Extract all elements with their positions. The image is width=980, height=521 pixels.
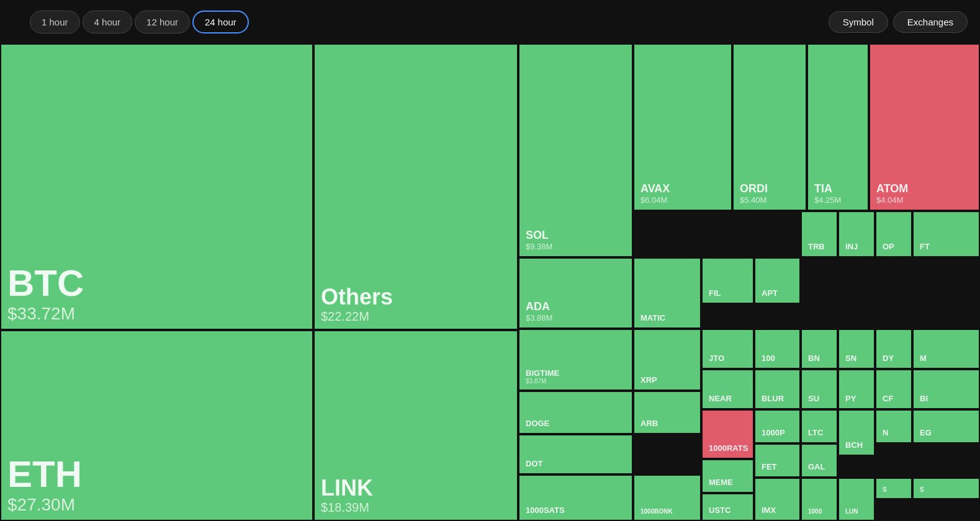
cell-cfx[interactable]: CF <box>875 369 912 409</box>
cell-name-arb: ARB <box>641 419 658 428</box>
cell-dot[interactable]: DOT <box>518 434 633 474</box>
cell-matic[interactable]: MATIC <box>633 257 701 329</box>
cell-imx[interactable]: IMX <box>754 478 801 521</box>
cell-name-blur: BLUR <box>762 394 784 403</box>
cell-bch[interactable]: BCH <box>838 409 875 456</box>
cell-name-mina: M <box>920 354 927 363</box>
cell-ustc[interactable]: USTC <box>701 493 754 521</box>
cell-sol[interactable]: SOL$9.38M <box>518 43 633 257</box>
cell-name-matic: MATIC <box>641 314 665 323</box>
cell-ada[interactable]: ADA$3.88M <box>518 257 633 329</box>
cell-s2[interactable]: S <box>912 478 980 499</box>
cell-arb[interactable]: ARB <box>633 391 701 434</box>
cell-near[interactable]: NEAR <box>701 369 754 409</box>
cell-name-eth: ETH <box>7 454 82 495</box>
cell-meme[interactable]: MEME <box>701 459 754 493</box>
cell-name-1000pepe: 1000P <box>762 429 785 437</box>
cell-atom[interactable]: ATOM$4.04M <box>869 43 980 211</box>
cell-s1[interactable]: S <box>875 478 912 499</box>
cell-avax[interactable]: AVAX$6.04M <box>633 43 732 211</box>
btn-exchanges[interactable]: Exchanges <box>893 11 968 33</box>
cell-name-bnx: BN <box>808 354 820 363</box>
cell-lun[interactable]: LUN <box>838 478 875 521</box>
cell-1000rats[interactable]: 1000RATS <box>701 409 754 459</box>
cell-name-doge: DOGE <box>526 419 549 428</box>
tab-12-hour[interactable]: 12 hour <box>135 11 190 33</box>
cell-name-btc: BTC <box>7 263 84 304</box>
cell-name-fil: FIL <box>709 289 721 298</box>
cell-doge[interactable]: DOGE <box>518 391 633 434</box>
cell-name-dydx: DY <box>883 354 894 363</box>
cell-name-1000lunc: 1000 <box>808 508 822 515</box>
cell-trb[interactable]: TRB <box>801 211 838 257</box>
cell-name-avax: AVAX <box>641 183 670 195</box>
cell-name-snx: SN <box>845 354 856 363</box>
cell-name-gal: GAL <box>808 463 825 471</box>
tab-24-hour[interactable]: 24 hour <box>192 11 249 33</box>
cell-jto[interactable]: JTO <box>701 329 754 369</box>
cell-btc[interactable]: BTC$33.72M <box>0 43 313 330</box>
cell-name-1000rats: 1000RATS <box>709 444 748 453</box>
cell-value-ordi: $5.40M <box>740 195 766 205</box>
cell-value-others: $22.22M <box>321 309 369 324</box>
cell-apt[interactable]: APT <box>754 257 801 304</box>
cell-value-tia: $4.25M <box>814 195 841 205</box>
cell-name-trb: TRB <box>808 243 825 251</box>
cell-value-btc: $33.72M <box>7 304 75 324</box>
cell-op[interactable]: OP <box>875 211 912 257</box>
tab-4-hour[interactable]: 4 hour <box>83 11 133 33</box>
cell-name-dot: DOT <box>526 460 542 468</box>
cell-tia[interactable]: TIA$4.25M <box>807 43 869 211</box>
cell-bit[interactable]: BI <box>912 369 980 409</box>
cell-name-op: OP <box>883 243 894 251</box>
cell-name-atom: ATOM <box>876 183 908 195</box>
cell-pyth[interactable]: PY <box>838 369 875 409</box>
cell-name-neo: N <box>883 429 888 437</box>
cell-eth[interactable]: ETH$27.30M <box>0 330 313 521</box>
cell-name-tia: TIA <box>814 183 832 195</box>
cell-name-ordi: ORDI <box>740 183 768 195</box>
tab-1-hour[interactable]: 1 hour <box>30 11 80 33</box>
cell-blur[interactable]: BLUR <box>754 369 801 409</box>
cell-gal[interactable]: GAL <box>801 443 838 478</box>
cell-value-avax: $6.04M <box>641 195 667 205</box>
cell-bnx[interactable]: BN <box>801 329 838 369</box>
cell-bigtime[interactable]: BIGTIME$3.87M <box>518 329 633 391</box>
cell-name-s2: S <box>920 486 924 493</box>
cell-egld[interactable]: EG <box>912 409 980 443</box>
cell-name-cfx: CF <box>883 394 893 403</box>
cell-name-others: Others <box>321 285 393 309</box>
cell-ltc[interactable]: LTC <box>801 409 838 443</box>
cell-inj[interactable]: INJ <box>838 211 875 257</box>
btn-symbol[interactable]: Symbol <box>829 11 888 33</box>
cell-name-bigtime: BIGTIME <box>526 369 559 378</box>
cell-1000lunc[interactable]: 1000 <box>801 478 838 521</box>
cell-mina[interactable]: M <box>912 329 980 369</box>
cell-name-sui: SU <box>808 394 819 403</box>
cell-link[interactable]: LINK$18.39M <box>313 330 518 521</box>
cell-fil[interactable]: FIL <box>701 257 754 304</box>
cell-others[interactable]: Others$22.22M <box>313 43 518 330</box>
cell-snx[interactable]: SN <box>838 329 875 369</box>
cell-name-s1: S <box>883 486 887 493</box>
cell-name-near: NEAR <box>709 394 732 403</box>
cell-name-ftm: FT <box>920 243 930 251</box>
cell-1000pepe[interactable]: 1000P <box>754 409 801 443</box>
cell-name-lun: LUN <box>845 508 858 515</box>
cell-name-ltc: LTC <box>808 429 823 437</box>
cell-sui[interactable]: SU <box>801 369 838 409</box>
cell-neo[interactable]: N <box>875 409 912 443</box>
cell-1000sats[interactable]: 1000SATS <box>518 474 633 521</box>
cell-100[interactable]: 100 <box>754 329 801 369</box>
cell-fet[interactable]: FET <box>754 443 801 478</box>
cell-dydx[interactable]: DY <box>875 329 912 369</box>
cell-name-sol: SOL <box>526 229 549 242</box>
cell-name-100: 100 <box>762 354 775 363</box>
cell-ordi[interactable]: ORDI$5.40M <box>732 43 807 211</box>
cell-name-ada: ADA <box>526 301 550 313</box>
cell-1000bonk[interactable]: 1000BONK <box>633 474 701 521</box>
cell-xrp[interactable]: XRP <box>633 329 701 391</box>
cell-name-imx: IMX <box>762 506 776 515</box>
cell-name-egld: EG <box>920 429 932 437</box>
cell-ftm[interactable]: FT <box>912 211 980 257</box>
